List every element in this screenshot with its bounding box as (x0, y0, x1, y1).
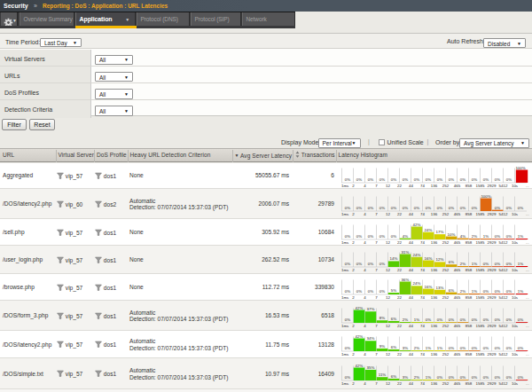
svg-text:0%: 0% (426, 318, 431, 322)
svg-text:0%: 0% (506, 346, 512, 350)
svg-text:0%: 0% (518, 346, 523, 350)
svg-text:74: 74 (420, 295, 425, 300)
svg-text:34%: 34% (367, 336, 375, 341)
svg-text:2: 2 (352, 381, 355, 386)
svg-text:6%: 6% (391, 374, 396, 379)
svg-text:252: 252 (442, 352, 450, 357)
svg-text:2929: 2929 (488, 352, 497, 357)
svg-text:12%: 12% (436, 257, 444, 262)
svg-text:36%: 36% (402, 278, 410, 282)
svg-text:12: 12 (386, 352, 390, 357)
svg-text:2: 2 (352, 240, 355, 245)
svg-text:0%: 0% (356, 234, 362, 239)
svg-text:0%: 0% (495, 318, 500, 322)
svg-text:0%: 0% (472, 346, 477, 350)
svg-text:74: 74 (420, 268, 425, 272)
svg-text:0%: 0% (391, 206, 396, 210)
svg-text:2%: 2% (414, 375, 419, 380)
svg-text:12: 12 (386, 295, 390, 300)
svg-text:10s: 10s (512, 240, 519, 245)
svg-text:44: 44 (409, 240, 413, 245)
svg-text:10s: 10s (512, 352, 519, 357)
svg-text:465: 465 (454, 295, 461, 300)
svg-text:1ms: 1ms (341, 381, 349, 386)
svg-text:74: 74 (420, 324, 425, 328)
svg-text:136: 136 (431, 268, 438, 272)
svg-text:4: 4 (364, 240, 366, 245)
svg-text:465: 465 (454, 381, 461, 386)
svg-text:7: 7 (375, 352, 378, 357)
svg-text:22: 22 (397, 184, 402, 188)
svg-text:1ms: 1ms (341, 268, 349, 272)
svg-text:0%: 0% (379, 234, 385, 239)
svg-text:465: 465 (454, 324, 461, 328)
svg-text:1%: 1% (472, 262, 477, 266)
svg-text:0%: 0% (345, 346, 350, 350)
svg-text:1585: 1585 (476, 295, 485, 300)
svg-text:0%: 0% (379, 289, 385, 294)
svg-text:4: 4 (364, 324, 366, 328)
svg-text:13%: 13% (436, 285, 444, 289)
svg-text:44: 44 (409, 324, 413, 328)
svg-text:...: ... (526, 324, 529, 328)
svg-text:74: 74 (420, 352, 425, 357)
svg-text:465: 465 (454, 184, 461, 188)
svg-text:252: 252 (442, 295, 450, 300)
svg-text:...: ... (526, 295, 529, 300)
svg-text:0%: 0% (449, 375, 454, 380)
svg-text:2929: 2929 (488, 381, 497, 386)
svg-text:12: 12 (386, 240, 390, 245)
svg-text:1585: 1585 (476, 184, 485, 188)
svg-text:0%: 0% (483, 318, 489, 322)
svg-text:1%: 1% (518, 262, 523, 266)
svg-text:6%: 6% (449, 287, 454, 292)
svg-text:0%: 0% (437, 318, 442, 322)
svg-text:0%: 0% (460, 318, 466, 322)
svg-text:1%: 1% (472, 289, 477, 294)
svg-text:0%: 0% (472, 318, 477, 322)
svg-text:0%: 0% (356, 289, 362, 294)
svg-text:1%: 1% (426, 375, 431, 380)
svg-text:0%: 0% (403, 177, 408, 182)
svg-text:12: 12 (386, 324, 390, 328)
svg-text:0%: 0% (506, 375, 512, 380)
svg-text:5412: 5412 (499, 324, 508, 328)
svg-text:0%: 0% (356, 206, 362, 210)
svg-text:22: 22 (397, 352, 402, 357)
svg-text:0%: 0% (483, 375, 489, 380)
svg-text:2: 2 (352, 324, 355, 328)
svg-text:0%: 0% (368, 262, 373, 266)
svg-text:17%: 17% (436, 230, 444, 234)
svg-text:22: 22 (397, 240, 402, 245)
svg-text:22: 22 (397, 295, 402, 300)
svg-text:...: ... (526, 268, 529, 272)
svg-text:24%: 24% (413, 252, 421, 256)
svg-text:0%: 0% (472, 206, 477, 210)
svg-text:10s: 10s (512, 324, 519, 328)
svg-text:0%: 0% (345, 375, 350, 380)
svg-text:1%: 1% (426, 346, 431, 350)
svg-text:...: ... (526, 212, 529, 216)
svg-text:0%: 0% (495, 177, 500, 182)
svg-text:0%: 0% (460, 177, 466, 182)
svg-text:74: 74 (420, 381, 425, 386)
svg-text:44: 44 (409, 212, 413, 216)
svg-text:42%: 42% (356, 335, 364, 339)
svg-text:5412: 5412 (499, 295, 508, 300)
svg-text:8%: 8% (379, 316, 385, 320)
svg-text:1585: 1585 (476, 240, 485, 245)
svg-text:0%: 0% (449, 346, 454, 350)
svg-text:1%: 1% (483, 234, 489, 239)
svg-text:1ms: 1ms (341, 352, 349, 357)
svg-text:37%: 37% (367, 307, 375, 311)
svg-text:4%: 4% (403, 233, 408, 238)
svg-text:10s: 10s (512, 184, 519, 188)
svg-text:2929: 2929 (488, 184, 497, 188)
svg-text:10%: 10% (448, 231, 456, 236)
svg-text:42%: 42% (413, 223, 421, 227)
svg-text:0%: 0% (506, 177, 512, 182)
svg-text:44: 44 (409, 268, 413, 272)
svg-text:1ms: 1ms (341, 324, 349, 328)
svg-text:1585: 1585 (476, 212, 485, 216)
svg-text:16%: 16% (425, 255, 433, 260)
